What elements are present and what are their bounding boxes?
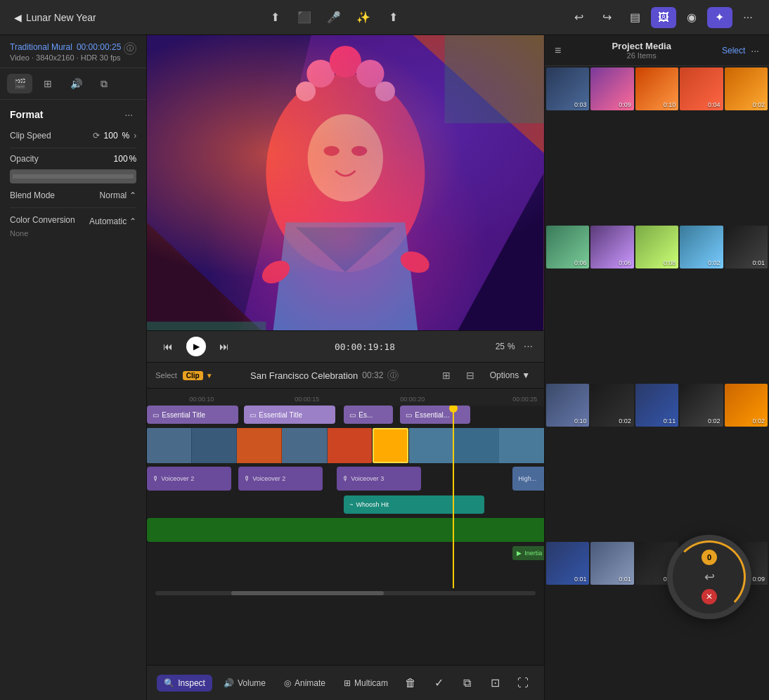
media-count: 26 Items (561, 51, 722, 60)
media-thumb-14[interactable]: 0:02 (725, 384, 768, 427)
media-thumb-5[interactable]: 0:06 (546, 226, 589, 268)
media-thumb-7[interactable]: 0:08 (635, 226, 678, 268)
sfx-clip-whoosh[interactable]: ~ Whoosh Hit (344, 495, 484, 514)
filter-icon[interactable]: ≡ (555, 44, 561, 57)
split-button[interactable]: ⧉ (455, 672, 478, 694)
clip-info-button[interactable]: ⓘ (124, 42, 136, 55)
media-thumb-16[interactable]: 0:01 (590, 542, 633, 585)
media-panel-button[interactable]: ▤ (623, 7, 648, 28)
media-thumb-1[interactable]: 0:09 (590, 67, 633, 110)
divider (10, 148, 136, 148)
volume-button[interactable]: 🔊 Volume (217, 675, 273, 692)
video-clip-1[interactable] (147, 428, 371, 463)
highway-clip-1[interactable]: High... (512, 467, 544, 491)
ruler-mark-1: 00:00:10 (189, 396, 214, 403)
media-thumb-10[interactable]: 0:10 (546, 384, 589, 427)
skip-forward-button[interactable]: ⏭ (214, 337, 234, 356)
timeline-ruler: 00:00:10 00:00:15 00:00:20 00:00:25 (147, 389, 544, 406)
media-thumb-6[interactable]: 0:06 (590, 226, 633, 268)
blend-mode-label: Blend Mode (10, 190, 55, 200)
timeline-header: Select Clip ▼ San Francisco Celebration … (147, 362, 544, 389)
media-thumb-4[interactable]: 0:02 (725, 67, 768, 110)
animate-button[interactable]: ◎ Animate (277, 675, 332, 692)
top-bar: ◀ Lunar New Year ⬆ ⬛ 🎤 ✨ ⬆ ↩ ↪ ▤ 🖼 ◉ ✦ ·… (0, 0, 769, 35)
media-thumb-0[interactable]: 0:03 (546, 67, 589, 110)
voiceover-track: 🎙 Voiceover 2 🎙 Voiceover 2 🎙 Voiceover … (147, 465, 544, 493)
back-button[interactable]: ◀ Lunar New Year (8, 9, 102, 26)
title-clip-4[interactable]: ▭ Essential... (400, 406, 470, 424)
voiceover-clip-3[interactable]: 🎙 Voiceover 3 (337, 467, 421, 491)
video-clip-selected[interactable] (373, 428, 409, 463)
timeline-scroll[interactable] (155, 591, 536, 595)
storyboard-button[interactable]: ⊞ (437, 367, 456, 384)
title-clip-3[interactable]: ▭ Es... (344, 406, 393, 424)
inspect-icon: 🔍 (164, 678, 174, 688)
video-clip-2[interactable] (409, 428, 544, 463)
undo-button[interactable]: ↩ (567, 7, 592, 28)
timeline-controls: ⊞ ⊟ Options ▼ (437, 367, 536, 384)
tab-audio[interactable]: 🔊 (63, 74, 89, 93)
multicam-button[interactable]: ⊞ Multicam (337, 675, 395, 692)
clip-overview-button[interactable]: ⊟ (460, 367, 480, 384)
blend-mode-value: Normal (100, 190, 127, 200)
play-button[interactable]: ▶ (186, 337, 206, 356)
delete-button[interactable]: 🗑 (399, 672, 422, 694)
title-clip-1[interactable]: ▭ Essential Title (147, 406, 238, 424)
media-thumb-15[interactable]: 0:01 (546, 542, 589, 585)
color-button[interactable]: ✦ (707, 7, 732, 28)
redo-button[interactable]: ↪ (595, 7, 620, 28)
color-conv-chevron-icon: ⌃ (129, 216, 136, 226)
photo-viewer-button[interactable]: 🖼 (651, 7, 676, 28)
media-thumb-11[interactable]: 0:02 (590, 384, 633, 427)
timeline-info-button[interactable]: ⓘ (387, 370, 399, 381)
options-button[interactable]: Options ▼ (484, 368, 536, 382)
color-conv-dropdown[interactable]: Automatic ⌃ (89, 216, 136, 226)
tab-effects[interactable]: ⧉ (91, 74, 117, 93)
media-thumb-2[interactable]: 0:10 (635, 67, 678, 110)
voiceover-clip-2[interactable]: 🎙 Voiceover 2 (238, 467, 323, 491)
voiceover-clip-1[interactable]: 🎙 Voiceover 2 (147, 467, 231, 491)
clip-speed-row: Clip Speed ⟳ 100 % › (10, 131, 136, 141)
inspector-tabs: 🎬 ⊞ 🔊 ⧉ (0, 68, 146, 100)
media-thumb-13[interactable]: 0:02 (680, 384, 723, 427)
opacity-row: Opacity 100 % (10, 154, 136, 164)
effects-button[interactable]: ◉ (679, 7, 704, 28)
media-thumb-3[interactable]: 0:04 (680, 67, 723, 110)
media-thumb-8[interactable]: 0:02 (680, 226, 723, 268)
music-clip[interactable] (147, 518, 544, 542)
clip-timecode: 00:00:00:25 (77, 42, 121, 52)
inertia-track: ▶ Inertia (147, 545, 544, 563)
mic-button[interactable]: 🎤 (321, 7, 347, 28)
clip-dropdown-icon: ▼ (206, 372, 213, 380)
detach-button[interactable]: ⊡ (484, 672, 506, 694)
magic-button[interactable]: ✨ (351, 7, 376, 28)
tab-transform[interactable]: ⊞ (35, 74, 60, 93)
opacity-value: 100 (114, 154, 128, 164)
title-clip-2[interactable]: ▭ Essential Title (244, 406, 335, 424)
export-button[interactable]: ⬆ (380, 7, 406, 28)
opacity-unit: % (129, 154, 137, 164)
speed-dial[interactable]: 0 ↩ ✕ (667, 535, 751, 619)
media-more-button[interactable]: ··· (751, 45, 759, 56)
more-options-button[interactable]: ··· (735, 7, 761, 28)
transport-more-button[interactable]: ··· (524, 340, 533, 353)
media-select-button[interactable]: Select (722, 46, 745, 56)
share-button[interactable]: ⬆ (262, 7, 287, 28)
opacity-slider[interactable] (10, 169, 136, 183)
check-button[interactable]: ✓ (427, 672, 450, 694)
media-title: Project Media (561, 41, 722, 51)
blend-mode-dropdown[interactable]: Normal ⌃ (100, 190, 137, 200)
tab-video[interactable]: 🎬 (7, 74, 32, 93)
animate-icon: ◎ (284, 678, 291, 688)
media-thumb-12[interactable]: 0:11 (635, 384, 678, 427)
skip-back-button[interactable]: ⏮ (158, 337, 178, 356)
inspect-button[interactable]: 🔍 Inspect (157, 675, 212, 692)
fullscreen-button[interactable]: ⛶ (512, 672, 534, 694)
camera-button[interactable]: ⬛ (292, 7, 317, 28)
timeline-title: San Francisco Celebration (250, 370, 358, 381)
format-more-button[interactable]: ··· (121, 107, 136, 122)
inertia-clip[interactable]: ▶ Inertia (512, 546, 544, 560)
back-icon: ◀ (14, 12, 22, 23)
select-label: Select (155, 371, 177, 380)
media-thumb-9[interactable]: 0:01 (725, 226, 768, 268)
